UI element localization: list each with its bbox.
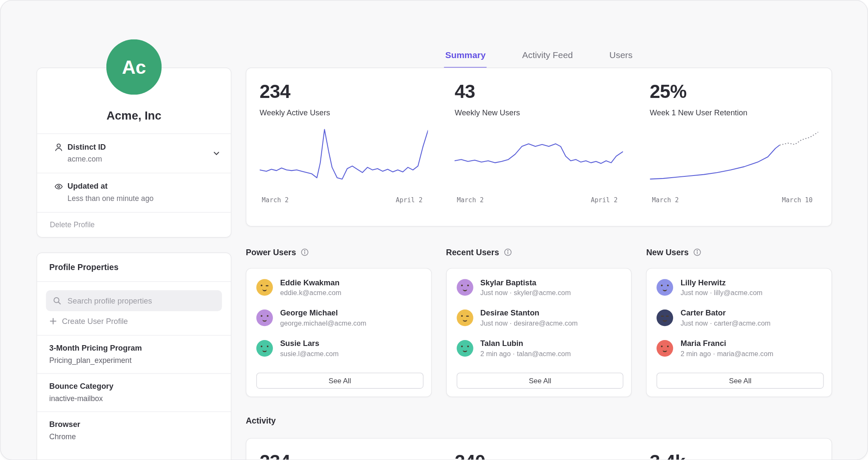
user-row[interactable]: Maria Franci 2 min ago · maria@acme.com xyxy=(657,339,824,358)
face-icon xyxy=(660,314,670,321)
x-tick: April 2 xyxy=(591,196,618,204)
see-all-button[interactable]: See All xyxy=(456,373,623,389)
user-avatar xyxy=(456,279,473,296)
user-name: Desirae Stanton xyxy=(480,309,578,318)
info-icon[interactable] xyxy=(300,248,309,256)
property-value: Pricing_plan_experiment xyxy=(49,356,219,365)
power-users-header: Power Users xyxy=(246,248,431,257)
face-icon xyxy=(460,314,470,321)
x-axis: March 2 April 2 xyxy=(455,196,623,204)
distinct-id-row[interactable]: Distinct ID acme.com xyxy=(37,134,231,173)
user-avatar xyxy=(657,309,673,326)
user-row[interactable]: Lilly Herwitz Just now · lilly@acme.com xyxy=(657,278,824,297)
weekly-new-users-sparkline xyxy=(455,127,623,192)
see-all-button[interactable]: See All xyxy=(657,373,824,389)
distinct-id-label: Distinct ID xyxy=(67,142,106,151)
face-icon xyxy=(260,314,270,321)
property-value: inactive-mailbox xyxy=(49,394,219,403)
delete-profile-button[interactable]: Delete Profile xyxy=(37,213,231,237)
user-name: Carter Bator xyxy=(681,309,771,318)
x-tick: March 2 xyxy=(652,196,679,204)
eye-icon xyxy=(54,181,67,203)
user-avatar xyxy=(657,340,673,357)
search-icon xyxy=(53,296,61,305)
user-subtext: george.michael@acme.com xyxy=(280,320,367,327)
chevron-down-icon[interactable] xyxy=(212,149,221,158)
property-name: Browser xyxy=(49,420,219,429)
stat-value: 234 xyxy=(260,82,428,100)
user-name: Maria Franci xyxy=(681,339,773,348)
face-icon xyxy=(260,284,270,291)
property-row[interactable]: 3-Month Pricing Program Pricing_plan_exp… xyxy=(37,335,231,373)
person-icon xyxy=(54,142,67,164)
stat-label: Week 1 New User Retention xyxy=(650,108,818,117)
stat-label: Weekly New Users xyxy=(455,108,623,117)
search-input[interactable] xyxy=(67,296,215,306)
activity-stats-card: 234 240 3.4k xyxy=(246,438,832,460)
user-subtext: 2 min ago · maria@acme.com xyxy=(681,350,773,358)
tab-summary[interactable]: Summary xyxy=(444,48,487,69)
x-axis: March 2 April 2 xyxy=(260,196,428,204)
user-row[interactable]: Susie Lars susie.l@acme.com xyxy=(256,339,423,358)
recent-users-title: Recent Users xyxy=(446,248,499,257)
activity-stat: 240 xyxy=(441,452,636,460)
week1-retention-sparkline xyxy=(650,127,818,192)
recent-users-card: Skylar Baptista Just now · skyler@acme.c… xyxy=(446,268,632,397)
x-tick: March 2 xyxy=(262,196,289,204)
user-name: Skylar Baptista xyxy=(480,278,570,287)
user-row[interactable]: Skylar Baptista Just now · skyler@acme.c… xyxy=(456,278,623,297)
plus-icon xyxy=(49,317,57,325)
user-avatar xyxy=(256,340,273,357)
stat-label: Weekly Active Users xyxy=(260,108,428,117)
face-icon xyxy=(460,345,470,352)
profile-properties-title: Profile Properties xyxy=(37,253,231,282)
tab-bar: Summary Activity Feed Users xyxy=(246,48,832,69)
user-subtext: Just now · carter@acme.com xyxy=(681,320,771,327)
new-users-card: Lilly Herwitz Just now · lilly@acme.com … xyxy=(646,268,832,397)
user-avatar xyxy=(256,309,273,326)
x-tick: April 2 xyxy=(396,196,423,204)
info-icon[interactable] xyxy=(504,248,512,256)
stat-value: 240 xyxy=(455,452,623,460)
user-name: Susie Lars xyxy=(280,339,339,348)
profile-properties-search[interactable] xyxy=(46,290,222,311)
user-name: Talan Lubin xyxy=(480,339,570,348)
user-name: George Michael xyxy=(280,309,367,318)
property-row[interactable]: Bounce Category inactive-mailbox xyxy=(37,373,231,411)
user-name: Lilly Herwitz xyxy=(681,278,762,287)
tab-users[interactable]: Users xyxy=(608,48,634,69)
weekly-active-users-sparkline xyxy=(260,127,428,192)
stat-value: 25% xyxy=(650,82,818,100)
user-name: Eddie Kwakman xyxy=(280,278,342,287)
info-icon[interactable] xyxy=(693,248,701,256)
user-subtext: Just now · desirare@acme.com xyxy=(480,320,578,327)
stat-value: 43 xyxy=(455,82,623,100)
stat-value: 234 xyxy=(260,452,428,460)
summary-stats-card: 234 Weekly Active Users March 2 April 2 … xyxy=(246,67,832,226)
user-row[interactable]: Eddie Kwakman eddie.k@acme.com xyxy=(256,278,423,297)
user-row[interactable]: George Michael george.michael@acme.com xyxy=(256,309,423,328)
org-avatar-initials: Ac xyxy=(122,56,146,78)
distinct-id-value: acme.com xyxy=(67,155,106,164)
face-icon xyxy=(260,345,270,352)
stat-value: 3.4k xyxy=(650,452,818,460)
user-subtext: susie.l@acme.com xyxy=(280,350,339,358)
tab-activity-feed[interactable]: Activity Feed xyxy=(521,48,574,69)
stat-week1-retention: 25% Week 1 New User Retention March 2 Ma… xyxy=(637,82,832,226)
profile-properties-card: Profile Properties Creat xyxy=(36,253,231,460)
stat-weekly-active-users: 234 Weekly Active Users March 2 April 2 xyxy=(246,82,441,226)
user-row[interactable]: Talan Lubin 2 min ago · talan@acme.com xyxy=(456,339,623,358)
property-row[interactable]: Browser Chrome xyxy=(37,411,231,449)
user-row[interactable]: Carter Bator Just now · carter@acme.com xyxy=(657,309,824,328)
create-user-profile-label: Create User Profile xyxy=(62,317,128,326)
see-all-button[interactable]: See All xyxy=(256,373,423,389)
user-subtext: Just now · skyler@acme.com xyxy=(480,289,570,297)
user-avatar xyxy=(456,309,473,326)
create-user-profile-button[interactable]: Create User Profile xyxy=(46,317,222,326)
user-subtext: 2 min ago · talan@acme.com xyxy=(480,350,570,358)
user-subtext: eddie.k@acme.com xyxy=(280,289,342,297)
recent-users-header: Recent Users xyxy=(446,248,632,257)
face-icon xyxy=(660,284,670,291)
activity-section-title: Activity xyxy=(246,416,276,425)
user-row[interactable]: Desirae Stanton Just now · desirare@acme… xyxy=(456,309,623,328)
